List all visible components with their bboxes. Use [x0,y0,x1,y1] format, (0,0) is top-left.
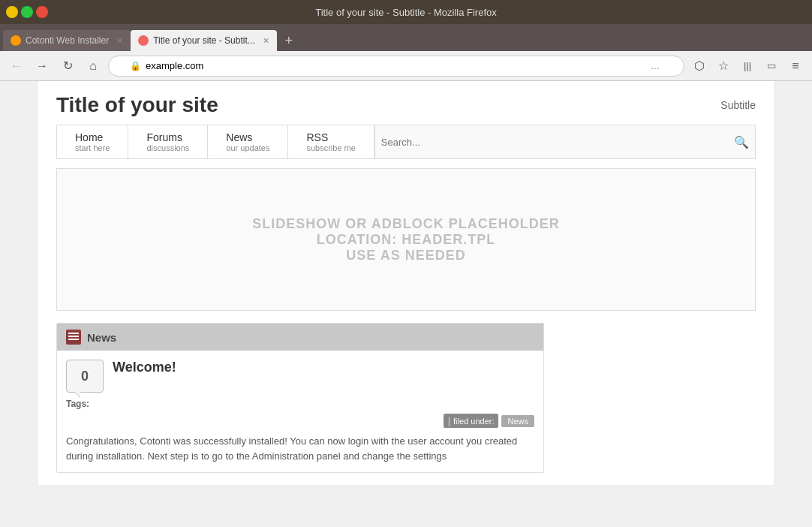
site-header: Title of your site Subtitle [56,93,756,117]
url-input[interactable] [146,60,646,71]
pocket-icon[interactable]: ⬡ [689,56,710,77]
news-header: News [57,324,543,351]
tab-site-favicon [138,35,149,46]
filed-under-text: filed under: [453,417,494,426]
nav-item-home-title: Home [75,131,110,143]
home-button[interactable]: ⌂ [83,56,104,77]
tab-site-label: Title of your site - Subtit... [153,35,255,46]
svg-rect-1 [68,336,79,337]
comment-tail-inner [75,392,80,397]
back-button[interactable]: ← [6,56,27,77]
search-button[interactable]: 🔍 [734,135,749,149]
tags-label: Tags: [66,399,89,409]
maximize-button[interactable] [21,6,33,18]
tab-site-close[interactable]: ✕ [263,36,269,46]
filed-row: | filed under: News [66,414,534,428]
nav-item-rss-sub: subscribe me [306,143,355,152]
nav-item-forums-title: Forums [146,131,189,143]
sidebar-icon[interactable]: ▭ [761,56,782,77]
nav-item-home[interactable]: Home start here [57,125,128,158]
window-title: Title of your site - Subtitle - Mozilla … [48,7,764,18]
reload-button[interactable]: ↻ [57,56,78,77]
news-section: News 0 Welcome! Tags: [56,323,544,473]
news-meta-row: 0 Welcome! [66,360,534,393]
filed-cursor: | [448,415,450,426]
nav-item-news-sub: our updates [226,143,269,152]
lock-icon: 🔒 [130,61,141,71]
nav-item-news[interactable]: News our updates [208,125,288,158]
news-item: 0 Welcome! Tags: | filed under: [57,351,543,472]
tab-cotonti-favicon [11,35,21,46]
nav-search[interactable]: 🔍 [374,125,755,158]
nav-item-forums-sub: discussions [146,143,189,152]
nav-item-rss-title: RSS [306,131,355,143]
address-bar[interactable]: 🔒 … [108,56,684,77]
nav-bar: ← → ↻ ⌂ 🔒 … ⬡ ☆ ||| ▭ ≡ [0,51,812,81]
more-options-icon[interactable]: … [651,61,660,71]
site-title: Title of your site [56,93,218,117]
nav-item-news-title: News [226,131,269,143]
svg-rect-2 [68,339,79,340]
main-nav: Home start here Forums discussions News … [56,125,756,159]
news-icon [66,330,81,345]
comment-count: 0 [81,369,89,383]
slideshow-line1: SLIDESHOW OR ADBLOCK PLACEHOLDER [252,216,559,232]
nav-item-home-sub: start here [75,143,110,152]
news-section-title: News [87,331,116,344]
page: Title of your site Subtitle Home start h… [0,81,812,527]
news-body: Congratulations, Cotonti was successfull… [66,434,534,463]
tab-cotonti-label: Cotonti Web Installer [26,35,109,46]
slideshow-line2: LOCATION: HEADER.TPL [317,232,496,248]
tab-site[interactable]: Title of your site - Subtit... ✕ [131,30,277,51]
nav-item-rss[interactable]: RSS subscribe me [288,125,374,158]
filed-category[interactable]: News [501,415,534,427]
tags-row: Tags: [66,399,534,409]
new-tab-button[interactable]: + [278,30,299,51]
filed-label: | filed under: [444,414,499,428]
slideshow-line3: USE AS NEEDED [346,248,465,264]
slideshow-placeholder: SLIDESHOW OR ADBLOCK PLACEHOLDER LOCATIO… [56,168,756,311]
minimize-button[interactable] [6,6,18,18]
search-input[interactable] [381,137,734,148]
nav-item-forums[interactable]: Forums discussions [128,125,208,158]
svg-rect-0 [68,333,79,334]
tab-cotonti[interactable]: Cotonti Web Installer ✕ [3,30,131,51]
library-icon[interactable]: ||| [737,56,758,77]
page-inner: Title of your site Subtitle Home start h… [38,81,774,485]
nav-right-icons: ⬡ ☆ ||| ▭ ≡ [689,56,806,77]
menu-icon[interactable]: ≡ [785,56,806,77]
site-subtitle: Subtitle [720,99,756,111]
news-post-content: Welcome! [113,360,176,378]
news-post-title[interactable]: Welcome! [113,360,176,375]
title-bar: Title of your site - Subtitle - Mozilla … [0,0,812,24]
tab-bar: Cotonti Web Installer ✕ Title of your si… [0,24,812,51]
tab-cotonti-close[interactable]: ✕ [116,36,123,46]
close-button[interactable] [36,6,48,18]
bookmark-icon[interactable]: ☆ [713,56,734,77]
comment-badge: 0 [66,360,104,393]
forward-button[interactable]: → [32,56,53,77]
